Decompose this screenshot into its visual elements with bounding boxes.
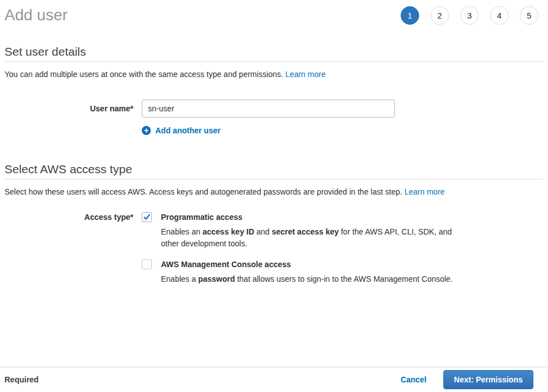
step-2-indicator: 2 xyxy=(430,6,449,25)
plus-icon: + xyxy=(142,126,151,135)
wizard-step-indicator: 1 2 3 4 5 xyxy=(401,6,538,25)
programmatic-access-description: Enables an access key ID and secret acce… xyxy=(161,226,455,250)
console-access-option: AWS Management Console access Enables a … xyxy=(142,259,455,285)
step-4-indicator: 4 xyxy=(490,6,509,25)
intro-text: Select how these users will access AWS. … xyxy=(5,187,405,196)
programmatic-access-option: Programmatic access Enables an access ke… xyxy=(142,212,455,250)
console-access-title[interactable]: AWS Management Console access xyxy=(161,259,453,269)
access-type-options: Programmatic access Enables an access ke… xyxy=(142,212,455,285)
access-type-section: Select AWS access type Select how these … xyxy=(5,163,543,285)
step-1-indicator: 1 xyxy=(401,6,419,25)
required-note: Required xyxy=(5,375,39,384)
section-divider xyxy=(5,179,543,179)
user-name-label: User name* xyxy=(5,104,142,113)
access-type-heading: Select AWS access type xyxy=(5,163,543,176)
intro-text: You can add multiple users at once with … xyxy=(5,70,285,79)
add-another-user-button[interactable]: + Add another user xyxy=(142,126,221,135)
section-divider xyxy=(5,61,543,62)
step-5-indicator: 5 xyxy=(520,6,538,25)
user-name-row: User name* xyxy=(5,100,543,118)
option-text: Programmatic access Enables an access ke… xyxy=(161,212,455,250)
set-user-details-intro: You can add multiple users at once with … xyxy=(5,69,543,79)
option-text: AWS Management Console access Enables a … xyxy=(161,259,453,285)
console-access-description: Enables a password that allows users to … xyxy=(161,273,453,285)
user-name-input[interactable] xyxy=(142,100,395,118)
check-icon xyxy=(143,214,150,220)
set-user-details-section: Set user details You can add multiple us… xyxy=(5,45,543,135)
page-title: Add user xyxy=(5,6,68,25)
programmatic-access-checkbox[interactable] xyxy=(142,212,152,222)
access-type-label: Access type* xyxy=(5,212,142,222)
programmatic-access-title[interactable]: Programmatic access xyxy=(161,212,455,222)
wizard-footer: Required Cancel Next: Permissions xyxy=(0,367,548,392)
set-user-details-heading: Set user details xyxy=(5,45,543,58)
access-type-row: Access type* Programmatic access Enables… xyxy=(5,212,543,285)
footer-actions: Cancel Next: Permissions xyxy=(401,370,533,389)
console-access-checkbox[interactable] xyxy=(142,259,152,269)
add-another-user-label: Add another user xyxy=(155,126,221,135)
access-type-intro: Select how these users will access AWS. … xyxy=(5,187,543,197)
next-permissions-button[interactable]: Next: Permissions xyxy=(443,370,533,389)
cancel-button[interactable]: Cancel xyxy=(401,375,426,384)
step-3-indicator: 3 xyxy=(460,6,479,25)
page-header: Add user 1 2 3 4 5 xyxy=(5,0,543,25)
learn-more-link-user-details[interactable]: Learn more xyxy=(285,70,326,79)
learn-more-link-access-type[interactable]: Learn more xyxy=(405,187,445,196)
